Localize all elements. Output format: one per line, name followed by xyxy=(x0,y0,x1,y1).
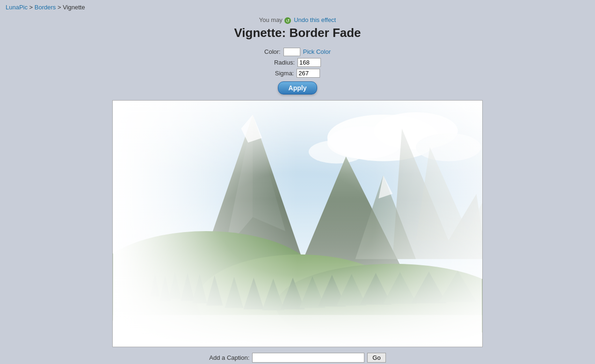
pick-color-link[interactable]: Pick Color xyxy=(303,48,331,55)
color-label: Color: xyxy=(264,48,281,55)
sigma-input[interactable] xyxy=(297,69,320,78)
apply-row: Apply xyxy=(264,80,331,95)
header-section: You may Undo this effect Vignette: Borde… xyxy=(234,16,361,44)
sigma-row: Sigma: xyxy=(264,69,331,78)
undo-icon xyxy=(284,17,291,24)
mountain-svg xyxy=(113,101,482,347)
image-preview xyxy=(112,100,483,347)
go-button[interactable]: Go xyxy=(367,353,385,363)
undo-link[interactable]: Undo this effect xyxy=(294,16,336,23)
current-page-label: Vignette xyxy=(63,4,85,11)
color-row: Color: Pick Color xyxy=(264,48,331,56)
page-title: Vignette: Border Fade xyxy=(234,26,361,40)
apply-button[interactable]: Apply xyxy=(278,81,318,95)
caption-input[interactable] xyxy=(252,353,364,363)
lunapic-link[interactable]: LunaPic xyxy=(6,4,28,11)
undo-line: You may Undo this effect xyxy=(234,16,361,24)
caption-row: Add a Caption: Go xyxy=(209,353,385,363)
radius-label: Radius: xyxy=(274,59,295,66)
borders-link[interactable]: Borders xyxy=(35,4,56,11)
sigma-label: Sigma: xyxy=(275,70,294,77)
radius-row: Radius: xyxy=(264,58,331,67)
breadcrumb: LunaPic > Borders > Vignette xyxy=(0,0,595,15)
svg-rect-41 xyxy=(113,101,482,347)
main-content: You may Undo this effect Vignette: Borde… xyxy=(0,15,595,364)
undo-prefix: You may xyxy=(259,16,283,23)
controls-section: Color: Pick Color Radius: Sigma: Apply xyxy=(264,48,331,96)
caption-label: Add a Caption: xyxy=(209,354,249,361)
color-swatch[interactable] xyxy=(283,48,300,56)
radius-input[interactable] xyxy=(298,58,321,67)
